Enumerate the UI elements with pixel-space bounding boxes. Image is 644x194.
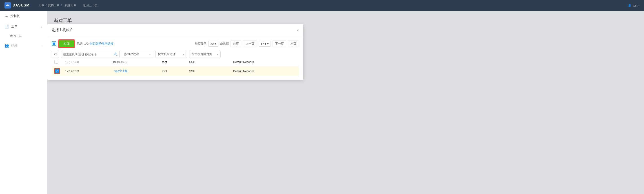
row-ip-1: 10.10.10.8 [62,58,112,66]
breadcrumb-my-workorder[interactable]: 我的工单 [48,3,60,7]
ops-icon: 👥 [4,43,9,48]
network-filter-icon: ▾ [216,53,218,56]
toolbar-row: 添加 已选: 1/2(全部选择/取消选择) 每页显示 20 ▾ [52,40,299,47]
table-row: 172.20.0.3 vpc中主机 root SSH Default Netwo… [52,66,299,76]
deselect-all-link[interactable]: 取消选择 [102,42,114,45]
row-hostname-2: vpc中主机 [112,66,159,76]
last-page-button[interactable]: 末页 [288,41,299,47]
search-icon: 🔍 [114,52,118,56]
first-page-button[interactable]: 首页 [230,41,241,47]
sidebar-label-my-workorder: 我的工单 [10,34,22,38]
search-input[interactable] [63,53,114,56]
sidebar: ☁ 控制板 📄 工单 ∨ 我的工单 👥 运维 › [0,11,47,194]
brand-logo: DASUSM [4,2,30,8]
workorder-icon: 📄 [4,24,9,29]
brand-icon [4,2,11,8]
reset-icon: ↺ [54,52,57,56]
pagination-controls: 每页显示 20 ▾ 条数据 首页 上一页 1 / 1 ▾ [195,41,299,47]
row-checkbox-cell [52,58,62,66]
breadcrumb-workorder[interactable]: 工单 [38,3,44,7]
user-icon: 👤 [628,4,632,7]
host-table: 10.10.10.8 10.10.10.8 root SSH Default N… [52,58,299,76]
breadcrumb-current: 新建工单 [64,3,76,7]
hostname-link[interactable]: vpc中主机 [114,69,128,73]
select-all-checkbox[interactable] [52,41,56,46]
next-page-button[interactable]: 下一页 [272,41,286,47]
partial-check-indicator [53,43,55,45]
prev-page-button[interactable]: 上一页 [243,41,257,47]
user-name: test [633,4,638,7]
group-filter-icon: ▾ [183,53,184,56]
protocol-filter-label: 按协议过滤 [124,52,139,56]
row-checkbox-cell-2 [52,66,62,76]
reset-button[interactable]: ↺ [52,51,59,58]
sidebar-item-my-workorder[interactable]: 我的工单 [0,32,47,40]
selected-info: 已选: 1/2(全部选择/取消选择) [77,42,114,46]
modal-close-button[interactable]: × [296,28,299,32]
row-group-2 [216,66,230,76]
per-page-label: 每页显示 [195,42,206,46]
row-network-2: Default Network [230,66,299,76]
page-dropdown-icon: ▾ [267,42,269,45]
row-protocol-1: SSH [186,58,216,66]
row-network-1: Default Network [230,58,299,66]
sidebar-label-ops: 运维 [11,44,18,48]
top-navigation: DASUSM 工单 / 我的工单 / 新建工单 返回上一页 👤 test ▾ [0,0,644,11]
network-filter-label: 按主机网络过滤 [192,52,212,56]
records-label: 条数据 [220,42,229,46]
row-checkbox-outline [54,68,60,74]
row-group-1 [216,58,230,66]
row-checkbox-2[interactable] [55,69,59,73]
per-page-dropdown-icon: ▾ [214,42,216,45]
sidebar-item-ops[interactable]: 👥 运维 › [0,40,47,51]
page-select[interactable]: 1 / 1 ▾ [259,41,271,47]
group-filter[interactable]: 按主机组过滤 ▾ [156,51,187,58]
sidebar-item-dashboard[interactable]: ☁ 控制板 [0,11,47,21]
sidebar-label-workorder: 工单 [11,25,18,29]
sidebar-item-workorder[interactable]: 📄 工单 ∨ [0,21,47,32]
modal-header: 选择主机帐户 × [47,24,303,36]
table-row: 10.10.10.8 10.10.10.8 root SSH Default N… [52,58,299,66]
breadcrumb: 工单 / 我的工单 / 新建工单 返回上一页 [38,3,628,7]
per-page-select[interactable]: 20 ▾ [208,41,218,47]
row-ip-2: 172.20.0.3 [62,66,112,76]
cloud-icon: ☁ [4,14,8,18]
protocol-filter[interactable]: 按协议过滤 ▾ [122,51,153,58]
add-button[interactable]: 添加 [58,40,74,47]
modal-overlay: 选择主机帐户 × 添加 已选: 1/ [47,11,644,194]
select-all-link[interactable]: 全部选择 [90,42,101,45]
network-filter[interactable]: 按主机网络过滤 ▾ [189,51,221,58]
row-login-2: root [159,66,186,76]
main-content: 新建工单 选择主机帐户 × [47,11,644,194]
row-protocol-2: SSH [186,66,216,76]
workorder-expand-icon: ∨ [40,25,42,28]
group-filter-label: 按主机组过滤 [158,52,176,56]
filter-row: ↺ 🔍 按协议过滤 ▾ 按主机组过滤 ▾ [52,51,299,58]
modal-body: 添加 已选: 1/2(全部选择/取消选择) 每页显示 20 ▾ [47,36,303,80]
protocol-filter-icon: ▾ [149,53,151,56]
sidebar-label-dashboard: 控制板 [10,14,20,18]
modal-title: 选择主机帐户 [52,28,73,32]
row-login-1: root [159,58,186,66]
search-input-wrap: 🔍 [61,51,120,58]
row-hostname-1: 10.10.10.8 [112,58,159,66]
row-checkbox-1[interactable] [54,60,58,64]
modal-select-host: 选择主机帐户 × 添加 已选: 1/ [47,24,303,80]
ops-expand-icon: › [42,44,42,47]
user-menu[interactable]: 👤 test ▾ [628,4,640,7]
user-dropdown-icon: ▾ [638,4,640,7]
back-link[interactable]: 返回上一页 [83,3,98,7]
